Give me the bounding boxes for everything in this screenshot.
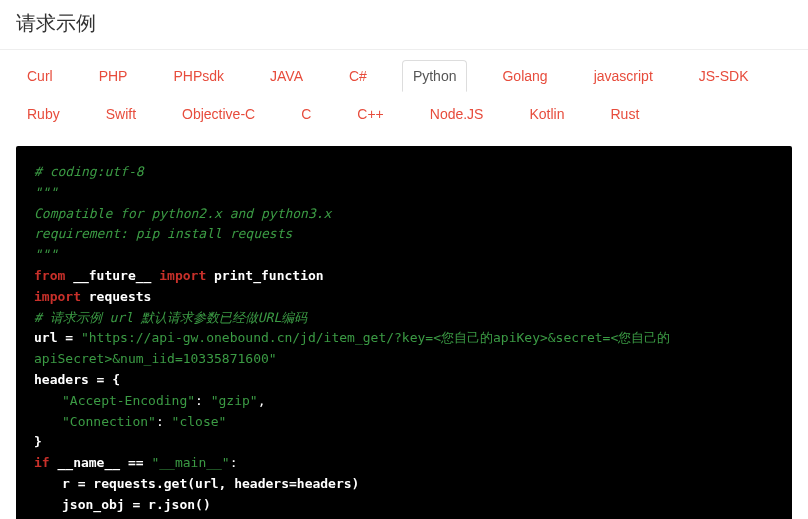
code-docstring: """ (34, 247, 57, 262)
code-keyword: import (159, 268, 206, 283)
tab-csharp[interactable]: C# (338, 60, 378, 92)
tab-cpp[interactable]: C++ (346, 98, 394, 130)
code-operator: == (128, 455, 151, 470)
tab-ruby[interactable]: Ruby (16, 98, 71, 130)
code-punct: , (258, 393, 266, 408)
tab-php[interactable]: PHP (88, 60, 139, 92)
code-string: "Accept-Encoding" (62, 393, 195, 408)
tab-jssdk[interactable]: JS-SDK (688, 60, 760, 92)
code-string: "__main__" (151, 455, 229, 470)
tab-swift[interactable]: Swift (95, 98, 147, 130)
code-string: "Connection" (62, 414, 156, 429)
code-punct: : (230, 455, 238, 470)
section-title: 请求示例 (0, 0, 808, 50)
code-line: r = requests.get(url, headers=headers) (34, 474, 359, 495)
code-keyword: from (34, 268, 65, 283)
tab-phpsdk[interactable]: PHPsdk (162, 60, 235, 92)
code-keyword: if (34, 455, 50, 470)
tab-java[interactable]: JAVA (259, 60, 314, 92)
code-var: headers = { (34, 372, 120, 387)
tab-golang[interactable]: Golang (491, 60, 558, 92)
code-var: url = (34, 330, 81, 345)
code-identifier: __future__ (73, 268, 151, 283)
tab-nodejs[interactable]: Node.JS (419, 98, 495, 130)
code-identifier: requests (89, 289, 152, 304)
code-punct: } (34, 434, 42, 449)
code-string: "https://api-gw.onebound.cn/jd/item_get/… (34, 330, 670, 366)
tab-kotlin[interactable]: Kotlin (518, 98, 575, 130)
code-line: json_obj = r.json() (34, 495, 211, 516)
code-block: # coding:utf-8 """ Compatible for python… (16, 146, 792, 519)
tab-c[interactable]: C (290, 98, 322, 130)
code-comment: # coding:utf-8 (34, 164, 144, 179)
tab-python[interactable]: Python (402, 60, 468, 92)
code-docstring: Compatible for python2.x and python3.x (34, 206, 331, 221)
language-tabs: Curl PHP PHPsdk JAVA C# Python Golang ja… (0, 50, 808, 138)
code-identifier: print_function (214, 268, 324, 283)
code-keyword: import (34, 289, 81, 304)
code-string: "gzip" (211, 393, 258, 408)
tab-objc[interactable]: Objective-C (171, 98, 266, 130)
tab-curl[interactable]: Curl (16, 60, 64, 92)
code-punct: : (195, 393, 211, 408)
tab-javascript[interactable]: javascript (583, 60, 664, 92)
code-docstring: requirement: pip install requests (34, 226, 292, 241)
code-comment: # 请求示例 url 默认请求参数已经做URL编码 (34, 310, 307, 325)
code-string: "close" (172, 414, 227, 429)
tab-rust[interactable]: Rust (600, 98, 651, 130)
code-identifier: __name__ (50, 455, 128, 470)
code-punct: : (156, 414, 172, 429)
code-docstring: """ (34, 185, 57, 200)
